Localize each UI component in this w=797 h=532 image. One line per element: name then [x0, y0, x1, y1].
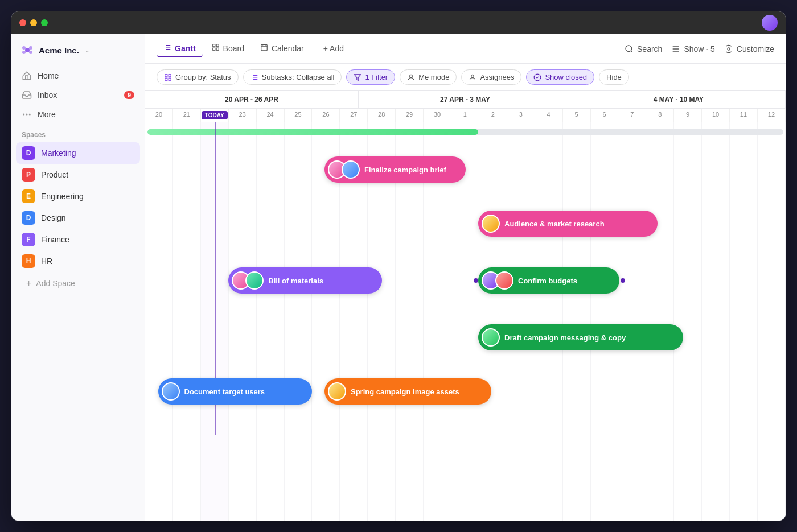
space-dot-marketing: D — [22, 146, 35, 160]
avatar-m4 — [482, 328, 500, 347]
app-logo-icon — [20, 43, 34, 57]
sidebar-logo[interactable]: Acme Inc. ⌄ — [11, 43, 145, 66]
subtasks-button[interactable]: Subtasks: Collapse all — [243, 69, 342, 85]
gantt-days-row: 2021TODAY2324252627282930123456789101112 — [145, 109, 786, 122]
show-button[interactable]: Show · 5 — [671, 44, 714, 53]
hide-button[interactable]: Hide — [599, 69, 629, 85]
search-icon — [625, 44, 634, 53]
day-cell-8: 8 — [646, 109, 674, 122]
space-label-engineering: Engineering — [41, 192, 84, 201]
tab-calendar[interactable]: Calendar — [253, 40, 311, 57]
svg-rect-10 — [212, 48, 215, 50]
main-layout: Acme Inc. ⌄ Home Inbo — [11, 34, 786, 521]
customize-icon — [724, 44, 733, 53]
day-cell-25: 25 — [285, 109, 313, 122]
more-label: More — [38, 110, 56, 119]
task-avatars-t3 — [232, 271, 264, 290]
sidebar-item-engineering[interactable]: E Engineering — [16, 185, 140, 207]
day-cell-2: 2 — [479, 109, 507, 122]
filter-button[interactable]: 1 Filter — [346, 69, 395, 85]
day-cell-5: 5 — [563, 109, 591, 122]
day-cell-6: 6 — [591, 109, 619, 122]
tab-label-calendar: Calendar — [272, 44, 304, 53]
add-space-icon: + — [26, 278, 31, 288]
svg-point-5 — [26, 114, 27, 115]
day-cell-24: 24 — [257, 109, 285, 122]
svg-rect-9 — [216, 44, 219, 47]
subtasks-label: Subtasks: Collapse all — [262, 73, 335, 81]
tab-icon-gantt — [163, 43, 171, 53]
tab-label-board: Board — [223, 44, 244, 53]
assignees-button[interactable]: Assignees — [461, 69, 521, 85]
task-avatars-t5 — [482, 328, 500, 347]
sidebar-item-finance[interactable]: F Finance — [16, 229, 140, 250]
tab-board[interactable]: Board — [205, 40, 251, 57]
sidebar-item-more[interactable]: More — [16, 105, 140, 124]
assignees-icon — [469, 73, 476, 81]
svg-rect-19 — [169, 74, 171, 76]
sidebar-item-marketing[interactable]: D Marketing — [16, 142, 140, 164]
day-cell-3: 3 — [507, 109, 535, 122]
tab-add[interactable]: + Add — [313, 40, 351, 57]
me-mode-button[interactable]: Me mode — [400, 69, 457, 85]
subtasks-icon — [250, 73, 258, 81]
customize-button[interactable]: Customize — [724, 44, 774, 53]
sidebar-item-hr[interactable]: H HR — [16, 250, 140, 272]
date-range-1: 20 APR - 26 APR — [145, 91, 359, 108]
sidebar-item-home[interactable]: Home — [16, 66, 140, 85]
task-bar-t5[interactable]: Draft campaign messaging & copy — [478, 324, 683, 350]
group-by-button[interactable]: Group by: Status — [157, 69, 239, 85]
task-bar-t6[interactable]: Document target users — [158, 378, 312, 405]
minimize-button[interactable] — [30, 19, 37, 26]
date-range-2: 27 APR - 3 MAY — [359, 91, 572, 108]
show-closed-label: Show closed — [545, 73, 587, 81]
task-bar-t7[interactable]: Spring campaign image assets — [324, 378, 491, 405]
sidebar-item-design[interactable]: D Design — [16, 207, 140, 229]
tab-gantt[interactable]: Gantt — [157, 40, 203, 57]
search-button[interactable]: Search — [625, 44, 662, 53]
close-button[interactable] — [19, 19, 26, 26]
task-bar-t4[interactable]: Confirm budgets — [478, 267, 619, 294]
avatar-f2 — [342, 160, 360, 179]
svg-point-3 — [22, 51, 26, 54]
space-dot-finance: F — [22, 233, 35, 246]
gantt-area: 20 APR - 26 APR 27 APR - 3 MAY 4 MAY - 1… — [145, 91, 786, 521]
svg-point-4 — [29, 51, 32, 54]
show-closed-icon — [533, 73, 541, 81]
task-label-t3: Bill of materials — [268, 277, 323, 285]
svg-rect-8 — [212, 44, 215, 47]
svg-point-7 — [23, 114, 24, 115]
fullscreen-button[interactable] — [41, 19, 48, 26]
date-range-3: 4 MAY - 10 MAY — [572, 91, 786, 108]
show-closed-button[interactable]: Show closed — [526, 69, 594, 85]
task-bar-t2[interactable]: Audience & market research — [478, 211, 658, 237]
svg-point-6 — [30, 114, 31, 115]
gantt-tasks: Finalize campaign briefAudience & market… — [145, 122, 786, 435]
svg-point-16 — [626, 46, 632, 52]
today-label: TODAY — [202, 111, 228, 119]
space-dot-hr: H — [22, 254, 35, 268]
space-label-design: Design — [41, 213, 66, 222]
avatar-m1 — [482, 215, 500, 233]
tab-icon-calendar — [260, 43, 268, 53]
avatar-m1 — [328, 382, 346, 401]
task-bar-t3[interactable]: Bill of materials — [228, 267, 382, 294]
add-space-button[interactable]: + Add Space — [16, 274, 140, 292]
workspace-chevron-icon: ⌄ — [85, 47, 89, 53]
show-label: Show · 5 — [684, 44, 714, 53]
day-cell-20: 20 — [145, 109, 173, 122]
sidebar-item-inbox[interactable]: Inbox 9 — [16, 85, 140, 105]
task-avatars-t1 — [328, 160, 360, 179]
task-bar-t1[interactable]: Finalize campaign brief — [324, 156, 466, 183]
day-cell-27: 27 — [340, 109, 368, 122]
customize-label: Customize — [737, 44, 774, 53]
svg-rect-18 — [165, 74, 167, 76]
svg-point-23 — [410, 75, 413, 77]
progress-bar-track — [147, 129, 783, 135]
sidebar-item-product[interactable]: P Product — [16, 164, 140, 185]
sidebar: Acme Inc. ⌄ Home Inbo — [11, 34, 145, 521]
avatar-m3 — [495, 271, 513, 290]
tab-label-gantt: Gantt — [175, 44, 196, 53]
user-avatar[interactable] — [762, 15, 778, 31]
connector-dot-right — [621, 278, 625, 283]
